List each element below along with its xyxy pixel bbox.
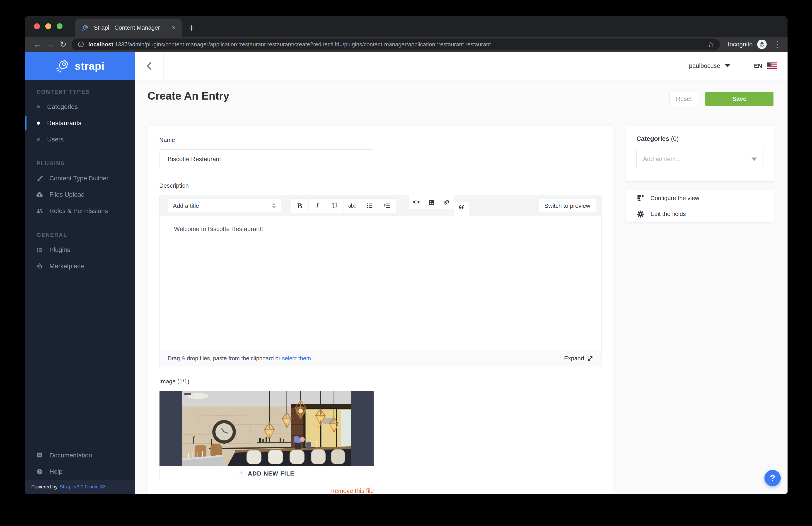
- reset-button[interactable]: Reset: [669, 92, 698, 106]
- browser-toolbar: ← → ↻ localhost:1337/admin/plugins/conte…: [25, 37, 787, 52]
- incognito-icon[interactable]: [757, 40, 767, 49]
- browser-window: Strapi - Content Manager × + ← → ↻ local…: [25, 16, 787, 494]
- cloud-upload-icon: [35, 191, 44, 198]
- svg-text:?: ?: [39, 470, 41, 474]
- add-new-file-button[interactable]: + ADD NEW FILE: [160, 466, 374, 481]
- back-button[interactable]: ←: [31, 40, 44, 48]
- bookmark-star-icon[interactable]: ☆: [707, 41, 714, 48]
- expand-button[interactable]: Expand: [564, 355, 593, 362]
- sidebar-item-documentation[interactable]: Documentation: [25, 447, 135, 464]
- description-textarea[interactable]: Welcome to Biscotte Restaurant!: [160, 216, 601, 350]
- select-them-link[interactable]: select them: [282, 355, 311, 361]
- configure-view-link[interactable]: Configure the view: [626, 190, 774, 206]
- strapi-favicon-icon: [81, 24, 89, 31]
- content-area: Create An Entry Reset Save Name Descript…: [135, 80, 787, 494]
- save-button[interactable]: Save: [705, 92, 773, 106]
- header-right: paulbocuse EN: [689, 58, 787, 73]
- svg-text:1: 1: [384, 202, 386, 205]
- sliders-icon: [636, 194, 644, 202]
- url-path: :1337/admin/plugins/content-manager/appl…: [113, 41, 491, 47]
- ordered-list-icon: 1 2: [384, 202, 391, 209]
- categories-card: Categories (0): [626, 125, 774, 181]
- sidebar-item-marketplace[interactable]: Marketplace: [25, 258, 135, 274]
- incognito-label: Incognito: [728, 41, 753, 48]
- sidebar-item-roles-permissions[interactable]: Roles & Permissions: [25, 203, 135, 219]
- description-editor: Add a title B I U abc: [159, 195, 601, 367]
- minimize-window-button[interactable]: [45, 23, 51, 29]
- browser-menu-icon[interactable]: ⋮: [773, 40, 781, 48]
- section-label-plugins: PLUGINS: [37, 160, 135, 167]
- app-main-area: paulbocuse EN Create An Entry: [135, 52, 787, 494]
- help-button[interactable]: ?: [765, 470, 781, 486]
- sidebar-item-restaurants[interactable]: Restaurants: [25, 115, 135, 131]
- section-label-content-types: CONTENT TYPES: [37, 89, 135, 95]
- svg-text:2: 2: [384, 205, 386, 208]
- strapi-version-link[interactable]: Strapi v3.0.0-next.33: [60, 484, 105, 490]
- bullet-list-icon: [366, 202, 373, 209]
- categories-input[interactable]: [643, 156, 748, 163]
- sidebar-item-users[interactable]: Users: [25, 131, 135, 148]
- bullet-icon: [37, 138, 40, 141]
- brush-icon: [35, 175, 44, 182]
- us-flag-icon[interactable]: [767, 62, 777, 69]
- categories-select[interactable]: [636, 149, 764, 169]
- url-text: localhost:1337/admin/plugins/content-man…: [88, 41, 703, 48]
- info-icon: [77, 41, 84, 48]
- image-icon: [428, 199, 435, 206]
- restaurant-photo[interactable]: [160, 391, 374, 466]
- link-button[interactable]: [439, 195, 454, 209]
- sidebar-item-files-upload[interactable]: Files Upload: [25, 186, 135, 203]
- description-label: Description: [159, 182, 601, 189]
- sidebar-item-plugins[interactable]: Plugins: [25, 242, 135, 258]
- ordered-list-button[interactable]: 1 2: [378, 199, 396, 213]
- section-label-general: GENERAL: [37, 232, 135, 238]
- forward-button[interactable]: →: [44, 40, 57, 48]
- book-icon: [35, 452, 44, 459]
- sidebar-footer: Documentation ? Help: [25, 447, 135, 480]
- user-menu[interactable]: paulbocuse: [689, 62, 720, 70]
- view-options-card: Configure the view: [626, 190, 774, 222]
- close-tab-icon[interactable]: ×: [172, 24, 176, 31]
- remove-file-link[interactable]: Remove this file: [159, 487, 374, 494]
- list-icon: [35, 246, 44, 254]
- basket-icon: [35, 262, 44, 270]
- sidebar-item-categories[interactable]: Categories: [25, 99, 135, 115]
- new-tab-button[interactable]: +: [188, 22, 194, 33]
- browser-tab[interactable]: Strapi - Content Manager ×: [75, 18, 182, 37]
- title-style-select[interactable]: Add a title: [168, 199, 281, 213]
- strapi-logo[interactable]: strapi: [25, 52, 135, 80]
- gear-icon: [636, 210, 644, 218]
- name-label: Name: [159, 125, 601, 144]
- window-controls: [25, 16, 72, 37]
- name-input[interactable]: [159, 149, 374, 169]
- bullet-list-button[interactable]: [361, 199, 378, 213]
- locale-label[interactable]: EN: [754, 62, 762, 70]
- code-button[interactable]: <>: [409, 195, 424, 209]
- strikethrough-button[interactable]: abc: [344, 199, 361, 213]
- url-bar[interactable]: localhost:1337/admin/plugins/content-man…: [72, 39, 720, 50]
- reload-button[interactable]: ↻: [57, 40, 69, 48]
- chevron-down-icon[interactable]: [725, 64, 730, 67]
- back-chevron-button[interactable]: [135, 52, 163, 80]
- edit-fields-link[interactable]: Edit the fields: [626, 206, 774, 222]
- zoom-window-button[interactable]: [57, 23, 62, 29]
- image-upload-card: + ADD NEW FILE: [159, 391, 374, 481]
- underline-button[interactable]: U: [326, 199, 344, 213]
- categories-title: Categories (0): [636, 125, 764, 142]
- italic-button[interactable]: I: [308, 199, 326, 213]
- bold-button[interactable]: B: [291, 199, 308, 213]
- tab-title: Strapi - Content Manager: [94, 24, 166, 31]
- logo-text: strapi: [75, 60, 104, 72]
- link-icon: [443, 199, 450, 206]
- rocket-icon: [55, 59, 69, 73]
- chevron-down-icon: [751, 157, 757, 161]
- switch-to-preview-button[interactable]: Switch to preview: [539, 199, 596, 213]
- desktop-background: Strapi - Content Manager × + ← → ↻ local…: [0, 0, 812, 526]
- close-window-button[interactable]: [34, 23, 40, 29]
- sidebar-item-help[interactable]: ? Help: [25, 464, 135, 480]
- quote-button[interactable]: “: [454, 202, 469, 216]
- sidebar-item-content-type-builder[interactable]: Content Type Builder: [25, 170, 135, 186]
- strapi-app: strapi CONTENT TYPES Categories Restaura…: [25, 52, 787, 494]
- image-button[interactable]: [424, 195, 439, 209]
- image-label: Image (1/1): [159, 378, 601, 385]
